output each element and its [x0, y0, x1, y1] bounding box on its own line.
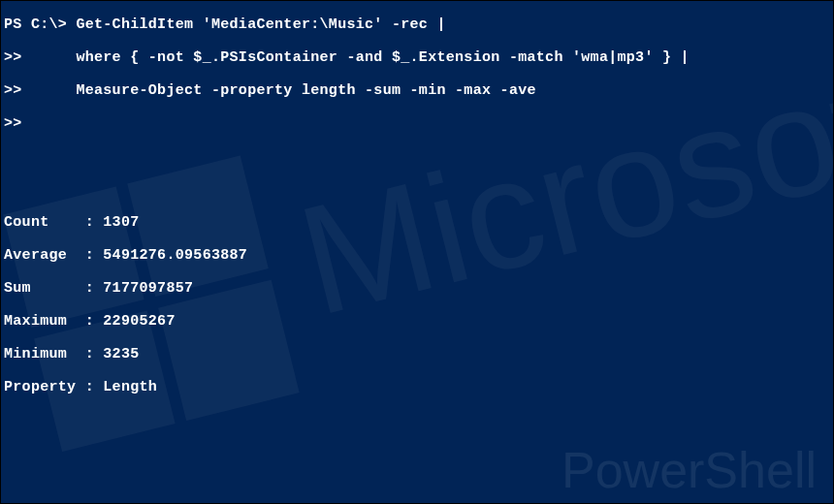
- terminal-line: Sum : 7177097857: [4, 280, 830, 297]
- terminal-line: [4, 412, 830, 428]
- terminal-line: [4, 181, 830, 198]
- terminal-output[interactable]: PS C:\> Get-ChildItem 'MediaCenter:\Musi…: [0, 0, 834, 504]
- terminal-line: Average : 5491276.09563887: [4, 247, 830, 264]
- terminal-line: >> Measure-Object -property length -sum …: [4, 82, 830, 99]
- terminal-line: Count : 1307: [4, 214, 830, 231]
- terminal-line: >>: [4, 115, 830, 132]
- terminal-line: [4, 478, 830, 494]
- terminal-line: PS C:\> Get-ChildItem 'MediaCenter:\Musi…: [4, 16, 830, 33]
- terminal-line: Property : Length: [4, 379, 830, 395]
- terminal-line: >> where { -not $_.PSIsContainer -and $_…: [4, 49, 830, 66]
- terminal-line: [4, 445, 830, 461]
- terminal-line: [4, 148, 830, 165]
- terminal-line: Minimum : 3235: [4, 346, 830, 362]
- terminal-line: Maximum : 22905267: [4, 313, 830, 330]
